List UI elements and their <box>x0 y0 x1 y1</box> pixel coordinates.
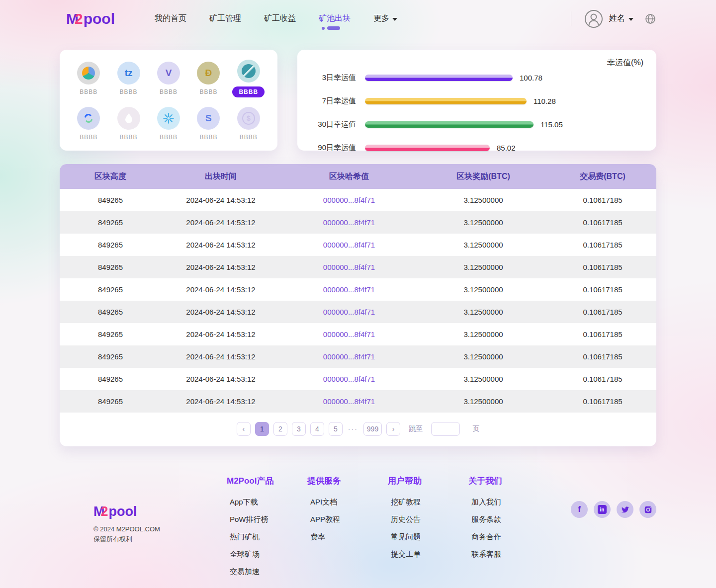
pagination: ‹12345···999›跳至页 <box>60 413 656 445</box>
twitter-icon[interactable] <box>617 501 633 518</box>
footer-link[interactable]: 商务合作 <box>468 528 520 546</box>
table-row: 8492652024-06-24 14:53:12000000...8f4f71… <box>60 234 656 256</box>
cell-block-height: 849265 <box>60 189 161 211</box>
nav-item-5[interactable]: 更多 <box>373 10 397 27</box>
footer-link[interactable]: 挖矿教程 <box>388 494 440 511</box>
chart-bar-label: 30日幸运值 <box>310 120 356 129</box>
coin-item-dollar[interactable]: $BBBB <box>229 104 268 144</box>
main-content: BBBBtzBBBBVBBBBĐBBBBBBBBBBBBBBBBBBBBSBBB… <box>60 50 656 446</box>
coin-label: BBBB <box>80 134 97 141</box>
facebook-icon[interactable]: f <box>571 501 588 518</box>
nav-item-2[interactable]: 矿工管理 <box>209 10 241 27</box>
nav-item-3[interactable]: 矿工收益 <box>264 10 296 27</box>
cell-block-reward: 3.12500000 <box>418 278 549 301</box>
block-hash-link[interactable]: 000000...8f4f71 <box>323 397 375 406</box>
footer-link[interactable]: 交易加速 <box>227 563 278 581</box>
footer-link[interactable]: App下载 <box>227 494 278 511</box>
coin-item-stratis[interactable]: SBBBB <box>188 104 228 144</box>
footer-social: fin <box>571 501 656 581</box>
footer-column-title: 提供服务 <box>307 475 359 487</box>
page-button-5[interactable]: 5 <box>329 422 343 436</box>
cell-block-time: 2024-06-24 14:53:12 <box>161 189 280 211</box>
block-hash-link[interactable]: 000000...8f4f71 <box>323 352 375 361</box>
cell-tx-fee: 0.10617185 <box>549 368 656 390</box>
cell-block-time: 2024-06-24 14:53:12 <box>161 345 280 368</box>
coin-grid: BBBBtzBBBBVBBBBĐBBBBBBBBBBBBBBBBBBBBSBBB… <box>69 57 268 144</box>
cell-tx-fee: 0.10617185 <box>549 323 656 345</box>
dogecoin-coin-icon: Đ <box>197 62 220 84</box>
cell-block-time: 2024-06-24 14:53:12 <box>161 368 280 390</box>
block-hash-link[interactable]: 000000...8f4f71 <box>323 330 375 338</box>
user-avatar-icon[interactable] <box>584 9 603 28</box>
language-globe-icon[interactable] <box>644 13 656 25</box>
table-row: 8492652024-06-24 14:53:12000000...8f4f71… <box>60 301 656 323</box>
page-button-4[interactable]: 4 <box>310 422 324 436</box>
block-hash-link[interactable]: 000000...8f4f71 <box>323 263 375 271</box>
cell-block-time: 2024-06-24 14:53:12 <box>161 301 280 323</box>
cell-block-time: 2024-06-24 14:53:12 <box>161 390 280 413</box>
coin-item-decred[interactable]: BBBB <box>69 104 108 144</box>
instagram-icon[interactable] <box>639 501 656 518</box>
cell-block-hash: 000000...8f4f71 <box>280 345 418 368</box>
indicator-pill <box>327 26 340 30</box>
footer-link[interactable]: 联系客服 <box>468 546 520 563</box>
coin-item-tezos[interactable]: tzBBBB <box>108 57 148 100</box>
footer-link[interactable]: 费率 <box>307 528 359 546</box>
nav-item-1[interactable]: 我的首页 <box>155 10 186 27</box>
footer-link[interactable]: 历史公告 <box>388 511 440 528</box>
block-hash-link[interactable]: 000000...8f4f71 <box>323 196 375 204</box>
footer-link[interactable]: APP教程 <box>307 511 359 528</box>
footer-link[interactable]: 服务条款 <box>468 511 520 528</box>
page-button-2[interactable]: 2 <box>273 422 287 436</box>
coin-item-ontology[interactable]: BBBB <box>229 57 268 100</box>
stratis-coin-icon: S <box>197 107 220 130</box>
cell-block-hash: 000000...8f4f71 <box>280 211 418 234</box>
chart-bar <box>365 121 534 128</box>
footer-link[interactable]: PoW排行榜 <box>227 511 278 528</box>
footer-columns: M2Pool产品App下载PoW排行榜热门矿机全球矿场交易加速提供服务API文档… <box>227 475 520 581</box>
chart-bar-row-1: 3日幸运值100.78 <box>310 73 643 83</box>
chart-bar-value: 85.02 <box>497 144 516 152</box>
header: M2pool 我的首页矿工管理矿工收益矿池出块更多 姓名 <box>0 0 716 37</box>
logo[interactable]: M2pool <box>66 10 115 27</box>
page-button-1[interactable]: 1 <box>255 422 269 436</box>
table-row: 8492652024-06-24 14:53:12000000...8f4f71… <box>60 211 656 234</box>
coin-item-nem[interactable]: BBBB <box>69 57 108 100</box>
coin-item-bitshares[interactable]: BBBB <box>149 104 188 144</box>
footer-link[interactable]: 全球矿场 <box>227 546 278 563</box>
footer-link[interactable]: 常见问题 <box>388 528 440 546</box>
footer-link[interactable]: 提交工单 <box>388 546 440 563</box>
coin-item-vechain[interactable]: VBBBB <box>149 57 188 100</box>
copyright: © 2024 M2POOL.COM 保留所有权利 <box>93 524 227 544</box>
block-hash-link[interactable]: 000000...8f4f71 <box>323 241 375 249</box>
chart-title: 幸运值(%) <box>310 58 643 68</box>
page-button-999[interactable]: 999 <box>363 422 382 436</box>
column-header: 区块奖励(BTC) <box>418 164 549 189</box>
nav-item-4[interactable]: 矿池出块 <box>319 10 351 27</box>
linkedin-icon[interactable]: in <box>594 501 611 518</box>
decred-coin-icon <box>77 107 100 130</box>
block-hash-link[interactable]: 000000...8f4f71 <box>323 308 375 316</box>
chart-bar-label: 7日幸运值 <box>310 96 356 106</box>
pagination-ellipsis: ··· <box>347 425 359 433</box>
droplet-coin-icon <box>117 107 140 130</box>
footer-link[interactable]: 热门矿机 <box>227 528 278 546</box>
user-menu[interactable]: 姓名 <box>609 13 633 24</box>
chart-bar-value: 100.78 <box>520 74 542 82</box>
dollar-coin-icon: $ <box>237 107 260 130</box>
chart-bar <box>365 98 527 104</box>
block-hash-link[interactable]: 000000...8f4f71 <box>323 218 375 227</box>
chart-bar-label: 3日幸运值 <box>310 73 356 83</box>
prev-page-button[interactable]: ‹ <box>237 422 251 436</box>
next-page-button[interactable]: › <box>386 422 400 436</box>
footer-column-4: 关于我们加入我们服务条款商务合作联系客服 <box>468 475 520 581</box>
block-hash-link[interactable]: 000000...8f4f71 <box>323 285 375 294</box>
footer-link[interactable]: 加入我们 <box>468 494 520 511</box>
cell-block-hash: 000000...8f4f71 <box>280 234 418 256</box>
coin-item-droplet[interactable]: BBBB <box>108 104 148 144</box>
block-hash-link[interactable]: 000000...8f4f71 <box>323 375 375 383</box>
footer-link[interactable]: API文档 <box>307 494 359 511</box>
jump-page-input[interactable] <box>431 422 460 436</box>
coin-item-dogecoin[interactable]: ĐBBBB <box>188 57 228 100</box>
page-button-3[interactable]: 3 <box>292 422 306 436</box>
